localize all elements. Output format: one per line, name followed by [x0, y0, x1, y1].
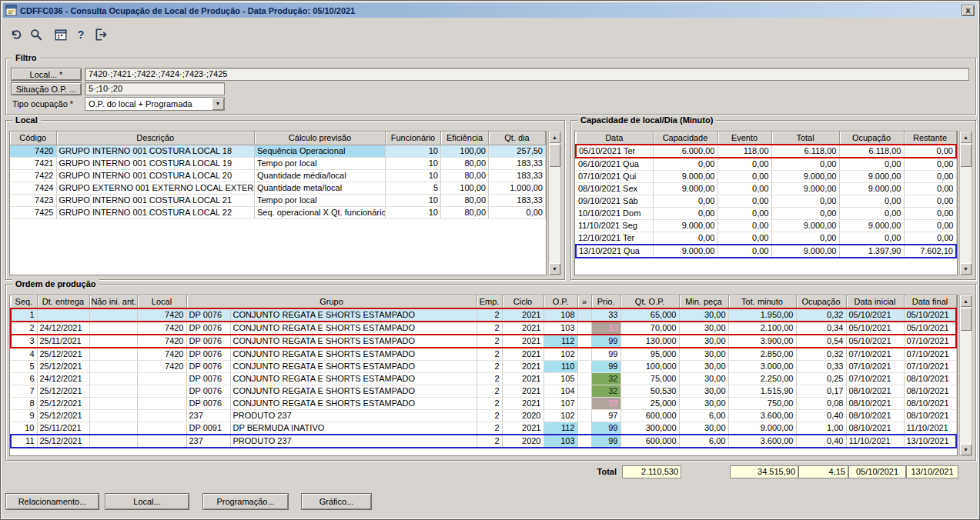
col-header[interactable]: Restante	[904, 132, 956, 145]
scroll-down-icon[interactable]: ▼	[960, 263, 972, 275]
search-button[interactable]	[27, 25, 45, 44]
col-header[interactable]: Ciclo	[502, 295, 544, 308]
table-row[interactable]: 7420GRUPO INTERNO 001 COSTURA LOCAL 18Se…	[10, 145, 546, 157]
table-row[interactable]: 725/12/2021DP 0076CONJUNTO REGATA E SHOR…	[11, 385, 956, 398]
col-header[interactable]: Data final	[904, 295, 956, 308]
cell-tot: 750,00	[728, 398, 796, 410]
table-row[interactable]: 13/10/2021 Qua9.000,000,009.000,001.397,…	[576, 245, 956, 258]
table-row[interactable]: 12/10/2021 Ter0,000,000,000,000,00	[576, 232, 956, 245]
close-button[interactable]: X	[962, 5, 975, 16]
scroll-down-icon[interactable]: ▼	[960, 444, 972, 455]
col-header[interactable]: Data inicial	[846, 295, 904, 308]
table-row[interactable]: 925/12/2021237PRODUTO 2372202010297600,0…	[11, 410, 956, 422]
table-row[interactable]: 7423GRUPO INTERNO 001 COSTURA LOCAL 21Te…	[10, 194, 546, 206]
cell-tot: 6.118,00	[771, 145, 839, 158]
col-header[interactable]: Capacidade	[653, 132, 717, 145]
table-row[interactable]: 425/12/20217420DP 0076CONJUNTO REGATA E …	[11, 348, 956, 361]
cell-qtd: 183,33	[489, 157, 546, 169]
col-header[interactable]: »	[577, 295, 591, 308]
col-header[interactable]: Código	[10, 132, 56, 145]
col-header[interactable]: Grupo	[186, 295, 477, 308]
col-header[interactable]: Min. peça	[679, 295, 728, 308]
table-row[interactable]: 17420DP 0076CONJUNTO REGATA E SHORTS EST…	[11, 308, 956, 322]
col-header[interactable]: O.P.	[544, 295, 577, 308]
table-row[interactable]: 7424GRUPO EXTERNO 001 EXTERNO LOCAL EXTE…	[10, 182, 546, 194]
table-row[interactable]: 7425GRUPO INTERNO 001 COSTURA LOCAL 22Se…	[10, 206, 546, 218]
table-row[interactable]: 07/10/2021 Qui9.000,000,009.000,009.000,…	[576, 171, 956, 183]
cell-prio: 32	[591, 373, 620, 385]
col-header[interactable]: Total	[771, 132, 839, 145]
table-row[interactable]: 1125/12/2021237PRODUTO 2372202010399600,…	[11, 435, 956, 448]
table-row[interactable]: 7422GRUPO INTERNO 001 COSTURA LOCAL 20Qu…	[10, 169, 546, 182]
col-header[interactable]: Funcionário	[386, 132, 441, 145]
col-header[interactable]: Qt. dia	[489, 132, 546, 145]
calendar-button[interactable]	[52, 25, 70, 44]
cell-efic: 80,00	[441, 206, 489, 218]
col-header[interactable]: Seq.	[11, 295, 37, 308]
col-header[interactable]: Descrição	[56, 132, 255, 145]
programacao-button[interactable]: Programação...	[202, 493, 289, 510]
local-filter-value[interactable]: 7420·;7421·;7422·;7424·;7423·;7425	[85, 68, 969, 81]
scroll-up-icon[interactable]: ▲	[549, 132, 560, 143]
col-header[interactable]: Emp.	[477, 295, 502, 308]
col-header[interactable]: Não ini. ant.	[89, 295, 137, 308]
cell-cap: 0,00	[653, 195, 717, 208]
action-bar: Relacionamento... Local... Programação..…	[1, 493, 979, 510]
cell-ciclo: 2021	[502, 308, 544, 322]
col-header[interactable]: Prio.	[591, 295, 620, 308]
scroll-up-icon[interactable]: ▲	[960, 295, 972, 307]
situacao-op-button[interactable]: Situação O.P. ...	[11, 82, 82, 95]
grafico-button[interactable]: Gráfico...	[301, 493, 372, 510]
table-row[interactable]: 05/10/2021 Ter6.000,00118,006.118,006.11…	[576, 145, 956, 158]
col-header[interactable]: Data	[576, 132, 653, 145]
situacao-op-value[interactable]: 5·;10·;20	[85, 82, 225, 95]
scroll-down-icon[interactable]: ▼	[549, 263, 560, 275]
table-row[interactable]: 624/12/2021DP 0076CONJUNTO REGATA E SHOR…	[11, 373, 956, 385]
table-row[interactable]: 10/10/2021 Dom0,000,000,000,000,00	[576, 208, 956, 220]
cell-gdesc: PRODUTO 237	[230, 410, 477, 422]
col-header[interactable]: Evento	[717, 132, 771, 145]
table-row[interactable]: 1025/11/2021DP 0091DP BERMUDA INATIVO220…	[11, 422, 956, 435]
col-header[interactable]: Eficiência	[441, 132, 489, 145]
table-row[interactable]: 224/12/20217420DP 0076CONJUNTO REGATA E …	[11, 322, 956, 335]
cell-seq: 1	[11, 308, 37, 322]
col-header[interactable]: Cálculo previsão	[255, 132, 386, 145]
scroll-thumb[interactable]	[960, 144, 972, 167]
cell-func: 10	[386, 157, 441, 169]
exit-button[interactable]	[92, 25, 110, 44]
col-header[interactable]: Local	[137, 295, 186, 308]
table-row[interactable]: 825/12/2021DP 0076CONJUNTO REGATA E SHOR…	[11, 398, 956, 410]
col-header[interactable]: Qt. O.P.	[620, 295, 679, 308]
col-header[interactable]: Ocupação	[839, 132, 904, 145]
capacidade-scrollbar[interactable]: ▲ ▼	[959, 131, 972, 275]
undo-button[interactable]	[7, 25, 25, 44]
scroll-thumb[interactable]	[549, 144, 560, 167]
table-row[interactable]: 08/10/2021 Sex9.000,000,009.000,009.000,…	[576, 183, 956, 195]
scroll-thumb[interactable]	[960, 308, 972, 331]
cell-ciclo: 2020	[502, 410, 544, 422]
chevron-down-icon[interactable]: ▼	[212, 98, 224, 110]
table-row[interactable]: 525/12/20217420DP 0076CONJUNTO REGATA E …	[11, 361, 956, 373]
table-row[interactable]: 325/11/20217420DP 0076CONJUNTO REGATA E …	[11, 335, 956, 348]
local-button[interactable]: Local...	[105, 493, 189, 510]
cell-arr	[577, 373, 591, 385]
cell-arr	[577, 422, 591, 435]
table-row[interactable]: 7421GRUPO INTERNO 001 COSTURA LOCAL 19Te…	[10, 157, 546, 169]
table-row[interactable]: 06/10/2021 Qua0,000,000,000,000,00	[576, 158, 956, 171]
cell-qt: 50,530	[620, 385, 679, 398]
ordem-scrollbar[interactable]: ▲ ▼	[959, 295, 972, 456]
relacionamento-button[interactable]: Relacionamento...	[5, 493, 99, 510]
local-scrollbar[interactable]: ▲ ▼	[548, 131, 561, 275]
scroll-up-icon[interactable]: ▲	[960, 132, 972, 143]
table-row[interactable]: 11/10/2021 Seg9.000,000,009.000,009.000,…	[576, 220, 956, 232]
local-filter-button[interactable]: Local... *	[11, 68, 82, 81]
cell-ciclo: 2021	[502, 361, 544, 373]
col-header[interactable]: Ocupação	[796, 295, 846, 308]
tipo-ocupacao-select[interactable]: O.P. do local + Programada ▼	[85, 97, 225, 111]
col-header[interactable]: Dt. entrega	[37, 295, 89, 308]
cell-codigo: 7421	[10, 157, 56, 169]
help-button[interactable]: ?	[72, 25, 90, 44]
col-header[interactable]: Tot. minuto	[728, 295, 796, 308]
table-row[interactable]: 09/10/2021 Sáb0,000,000,000,000,00	[576, 195, 956, 208]
cell-ocup: 9.000,00	[839, 183, 904, 195]
